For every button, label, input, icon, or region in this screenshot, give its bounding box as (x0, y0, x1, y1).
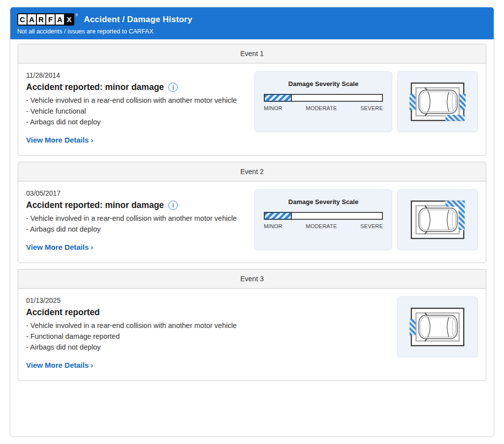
event-title: Accident reported (26, 307, 100, 318)
vehicle-damage-diagram (397, 189, 478, 250)
logo-letter: F (46, 14, 55, 25)
view-more-details-link[interactable]: View More Details› (26, 243, 93, 251)
event-header-label: Event 1 (240, 50, 263, 58)
event-body: 03/05/2017 Accident reported: minor dama… (18, 181, 486, 263)
header-top-row: CARFAX ® Accident / Damage History (17, 13, 487, 26)
severity-label-severe: SEVERE (360, 105, 383, 111)
event-detail-list: Vehicle involved in a rear-end collision… (26, 95, 245, 127)
registered-trademark: ® (75, 13, 78, 17)
event-title: Accident reported: minor damage (26, 82, 164, 92)
event-title-row: Accident reported: minor damage i (26, 82, 245, 92)
damage-zone-hatch (410, 319, 415, 335)
damage-zone-hatch (459, 201, 465, 230)
event-header: Event 1 (18, 44, 486, 63)
info-icon[interactable]: i (168, 201, 178, 210)
report-header: CARFAX ® Accident / Damage History Not a… (10, 7, 494, 39)
event-body: 01/13/2025 Accident reported Vehicle inv… (18, 289, 486, 381)
event-graphics: Damage Severity Scale MINOR MODERATE SEV… (254, 71, 478, 132)
logo-letter: R (37, 14, 45, 25)
event-detail-line: Airbags did not deploy (26, 224, 245, 235)
event-detail-line: Airbags did not deploy (26, 342, 387, 353)
chevron-right-icon: › (91, 361, 93, 369)
info-icon[interactable]: i (168, 83, 178, 92)
view-more-details-label: View More Details (26, 361, 89, 369)
event-detail-list: Vehicle involved in a rear-end collision… (26, 320, 387, 353)
severity-bar-fill (264, 212, 292, 220)
severity-label-moderate: MODERATE (306, 105, 337, 111)
logo-letter: C (18, 14, 27, 25)
view-more-details-label: View More Details (26, 243, 89, 251)
event-date: 01/13/2025 (26, 296, 387, 304)
severity-label-severe: SEVERE (360, 223, 383, 229)
event-graphics: Damage Severity Scale MINOR MODERATE SEV… (254, 189, 478, 250)
damage-zone-hatch (445, 115, 465, 121)
event-header: Event 3 (18, 269, 486, 289)
event-text-column: 11/28/2014 Accident reported: minor dama… (26, 71, 245, 145)
event-list: Event 1 11/28/2014 Accident reported: mi… (10, 39, 494, 395)
severity-bar (264, 212, 383, 220)
damage-zone-hatch (410, 94, 415, 110)
event-detail-line: Vehicle involved in a rear-end collision… (26, 320, 387, 331)
event-detail-line: Vehicle involved in a rear-end collision… (26, 95, 245, 106)
event-detail-line: Functional damage reported (26, 331, 387, 342)
event-text-column: 03/05/2017 Accident reported: minor dama… (26, 189, 245, 252)
severity-scale-labels: MINOR MODERATE SEVERE (264, 105, 383, 111)
severity-bar-fill (264, 94, 292, 102)
event-body: 11/28/2014 Accident reported: minor dama… (18, 63, 486, 155)
damage-severity-scale: Damage Severity Scale MINOR MODERATE SEV… (254, 71, 392, 132)
car-top-view-diagram (400, 192, 475, 248)
event-card: Event 1 11/28/2014 Accident reported: mi… (18, 44, 486, 156)
event-text-column: 01/13/2025 Accident reported Vehicle inv… (26, 296, 387, 370)
car-outline (419, 206, 457, 234)
view-more-details-link[interactable]: View More Details› (26, 361, 93, 369)
event-card: Event 2 03/05/2017 Accident reported: mi… (18, 162, 486, 263)
logo-letter: X (65, 14, 73, 25)
header-disclaimer: Not all accidents / issues are reported … (17, 28, 487, 35)
event-date: 03/05/2017 (26, 189, 245, 197)
view-more-details-label: View More Details (26, 136, 89, 144)
severity-label-minor: MINOR (264, 105, 283, 111)
severity-scale-labels: MINOR MODERATE SEVERE (264, 223, 383, 229)
logo-letter: A (56, 14, 64, 25)
event-graphics (397, 296, 478, 357)
view-more-details-link[interactable]: View More Details› (26, 136, 93, 144)
event-header-label: Event 3 (240, 275, 263, 283)
vehicle-damage-diagram (397, 296, 478, 357)
car-outline (419, 88, 457, 116)
severity-scale-title: Damage Severity Scale (255, 198, 392, 206)
event-date: 11/28/2014 (26, 71, 245, 79)
event-detail-line: Airbags did not deploy (26, 117, 245, 127)
event-title-row: Accident reported: minor damage i (26, 200, 245, 210)
chevron-right-icon: › (91, 136, 93, 144)
event-title: Accident reported: minor damage (26, 200, 164, 210)
car-top-view-diagram (400, 74, 475, 130)
car-outline (419, 313, 457, 341)
damage-severity-scale: Damage Severity Scale MINOR MODERATE SEV… (254, 189, 392, 250)
logo-letter: A (28, 14, 36, 25)
event-detail-line: Vehicle functional (26, 106, 245, 117)
vehicle-damage-diagram (397, 71, 478, 132)
severity-label-minor: MINOR (264, 223, 283, 229)
car-top-view-diagram (400, 299, 475, 355)
event-header: Event 2 (18, 162, 486, 181)
event-detail-line: Vehicle involved in a rear-end collision… (26, 213, 245, 224)
severity-scale-title: Damage Severity Scale (255, 80, 392, 88)
accident-history-report: CARFAX ® Accident / Damage History Not a… (10, 7, 494, 437)
page-title: Accident / Damage History (84, 15, 192, 25)
damage-zone-hatch (460, 94, 466, 110)
event-header-label: Event 2 (240, 168, 263, 176)
severity-bar (264, 94, 383, 102)
event-title-row: Accident reported (26, 307, 387, 318)
event-card: Event 3 01/13/2025 Accident reported Veh… (18, 269, 486, 381)
chevron-right-icon: › (91, 243, 93, 251)
event-detail-list: Vehicle involved in a rear-end collision… (26, 213, 245, 235)
severity-label-moderate: MODERATE (306, 223, 337, 229)
carfax-logo: CARFAX (17, 13, 74, 26)
